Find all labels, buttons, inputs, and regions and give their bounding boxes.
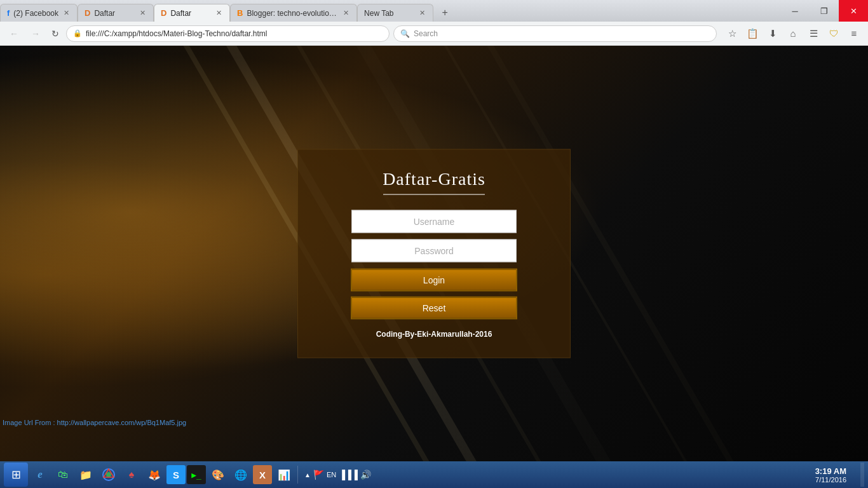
tab-blogger-label: Blogger: techno-evolution... xyxy=(247,9,338,18)
start-button[interactable]: ⊞ xyxy=(4,463,28,487)
facebook-favicon: f xyxy=(7,8,10,18)
title-bar: f (2) Facebook ✕ D Daftar ✕ D Daftar ✕ B… xyxy=(0,0,868,22)
forward-button[interactable]: → xyxy=(27,25,44,43)
taskbar-excel-icon[interactable]: 📊 xyxy=(273,464,295,485)
tab-daftar1-label: Daftar xyxy=(94,9,135,18)
new-tab-button[interactable]: + xyxy=(436,4,454,22)
signal-icon[interactable]: ▐▐▐ xyxy=(339,470,358,480)
language-icon[interactable]: EN xyxy=(327,471,336,478)
security-icon: 🔒 xyxy=(73,29,82,37)
taskbar-terminal-icon[interactable]: ▶_ xyxy=(187,465,206,484)
clock-date: 7/11/2016 xyxy=(815,476,846,484)
url-bar[interactable]: 🔒 file:///C:/xampp/htdocs/Materi-Blog-Te… xyxy=(66,25,390,42)
blogger-favicon: B xyxy=(237,8,243,18)
volume-icon[interactable]: 🔊 xyxy=(360,470,371,480)
download-icon[interactable]: ⬇ xyxy=(764,25,782,43)
tab-blogger[interactable]: B Blogger: techno-evolution... ✕ xyxy=(230,4,357,22)
bookmark-star-icon[interactable]: ☆ xyxy=(723,25,741,43)
back-button[interactable]: ← xyxy=(5,25,23,43)
address-bar: ← → ↻ 🔒 file:///C:/xampp/htdocs/Materi-B… xyxy=(0,22,868,46)
toolbar-icons: ☆ 📋 ⬇ ⌂ ☰ 🛡 ≡ xyxy=(723,25,863,43)
tab-daftar2-label: Daftar xyxy=(170,9,211,18)
tab-daftar1-close[interactable]: ✕ xyxy=(139,8,147,18)
tray-expand-icon[interactable]: ▲ xyxy=(304,471,311,478)
reload-button[interactable]: ↻ xyxy=(48,27,62,41)
password-input[interactable] xyxy=(351,240,517,262)
taskbar-explorer-icon[interactable]: 📁 xyxy=(75,464,97,485)
search-bar[interactable]: 🔍 Search xyxy=(393,25,717,42)
taskbar-gpo-icon[interactable]: ♠ xyxy=(121,464,142,485)
taskbar-paint-icon[interactable]: 🎨 xyxy=(207,464,229,485)
home-icon[interactable]: ⌂ xyxy=(784,25,802,43)
tab-facebook[interactable]: f (2) Facebook ✕ xyxy=(0,4,78,22)
form-title-divider xyxy=(383,194,485,195)
tab-newtab[interactable]: New Tab ✕ xyxy=(357,4,433,22)
reset-button[interactable]: Reset xyxy=(351,297,517,320)
show-desktop-button[interactable] xyxy=(860,463,864,487)
tab-daftar2-close[interactable]: ✕ xyxy=(215,8,223,18)
svg-point-1 xyxy=(106,472,111,477)
shield-icon[interactable]: 🛡 xyxy=(825,25,843,43)
page-content: Daftar-Gratis Login Reset Coding-By-Eki-… xyxy=(0,46,868,461)
clock-time: 3:19 AM xyxy=(815,466,846,476)
username-input[interactable] xyxy=(351,210,517,233)
url-text: file:///C:/xampp/htdocs/Materi-Blog-Tech… xyxy=(86,29,267,38)
tab-blogger-close[interactable]: ✕ xyxy=(342,8,350,18)
taskbar-store-icon[interactable]: 🛍 xyxy=(52,464,74,485)
daftar2-favicon: D xyxy=(161,8,166,18)
tab-newtab-label: New Tab xyxy=(364,9,414,18)
image-credit: Image Url From : http://wallpapercave.co… xyxy=(3,419,186,426)
login-form-container: Daftar-Gratis Login Reset Coding-By-Eki-… xyxy=(297,149,571,358)
daftar1-favicon: D xyxy=(85,8,90,18)
window-controls: ─ ❐ ✕ xyxy=(780,0,868,22)
pocket-icon[interactable]: ☰ xyxy=(804,25,822,43)
reading-list-icon[interactable]: 📋 xyxy=(743,25,761,43)
tab-newtab-close[interactable]: ✕ xyxy=(418,8,426,18)
taskbar: ⊞ e 🛍 📁 ♠ 🦊 S ▶_ 🎨 🌐 X 📊 xyxy=(0,461,868,488)
close-button[interactable]: ✕ xyxy=(839,0,868,22)
taskbar-separator xyxy=(297,466,298,484)
search-icon: 🔍 xyxy=(400,29,410,38)
browser-frame: f (2) Facebook ✕ D Daftar ✕ D Daftar ✕ B… xyxy=(0,0,868,488)
windows-logo-icon: ⊞ xyxy=(11,468,21,482)
search-placeholder: Search xyxy=(414,29,710,38)
minimize-button[interactable]: ─ xyxy=(780,0,810,22)
tab-facebook-label: (2) Facebook xyxy=(13,9,58,18)
taskbar-firefox-icon[interactable]: 🦊 xyxy=(144,464,165,485)
tab-daftar1[interactable]: D Daftar ✕ xyxy=(78,4,154,22)
taskbar-xampp-icon[interactable]: X xyxy=(253,465,272,484)
taskbar-chrome-icon[interactable] xyxy=(98,464,119,485)
form-footer: Coding-By-Eki-Akmarullah-2016 xyxy=(376,330,492,339)
form-title: Daftar-Gratis xyxy=(383,169,485,189)
tab-daftar2[interactable]: D Daftar ✕ xyxy=(154,4,230,22)
network-flag-icon[interactable]: 🚩 xyxy=(313,470,324,480)
taskbar-ie-icon[interactable]: e xyxy=(29,464,51,485)
restore-button[interactable]: ❐ xyxy=(810,0,839,22)
system-tray: ▲ 🚩 EN ▐▐▐ 🔊 xyxy=(301,470,375,480)
tab-facebook-close[interactable]: ✕ xyxy=(62,8,71,18)
login-button[interactable]: Login xyxy=(351,269,517,292)
taskbar-clock[interactable]: 3:19 AM 7/11/2016 xyxy=(815,466,851,484)
taskbar-globe-icon[interactable]: 🌐 xyxy=(230,464,252,485)
taskbar-slides-icon[interactable]: S xyxy=(166,465,186,484)
menu-icon[interactable]: ≡ xyxy=(845,25,863,43)
